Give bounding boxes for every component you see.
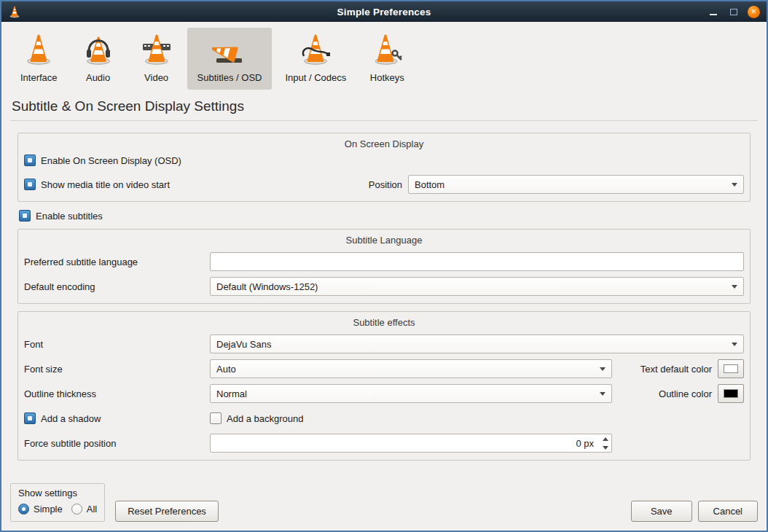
show-settings-options: Simple All (18, 504, 97, 515)
maximize-button[interactable] (727, 5, 740, 18)
shadow-col: Add a shadow (24, 412, 210, 424)
toolbar-item-audio[interactable]: Audio (71, 28, 126, 90)
add-background-checkbox[interactable]: Add a background (210, 412, 304, 424)
checkbox-indicator (210, 412, 222, 424)
add-shadow-label: Add a shadow (41, 413, 101, 424)
spin-up-icon (603, 437, 608, 441)
preferred-language-label: Preferred subtitle language (24, 257, 210, 267)
radio-simple-label: Simple (34, 504, 63, 515)
enable-osd-label: Enable On Screen Display (OSD) (41, 155, 181, 166)
subtitle-language-group: Subtitle Language Preferred subtitle lan… (17, 229, 751, 304)
maximize-icon (730, 9, 737, 15)
subtitle-effects-title: Subtitle effects (24, 315, 744, 329)
spin-down-button[interactable] (599, 443, 611, 452)
font-label: Font (24, 339, 210, 350)
position-label: Position (369, 179, 402, 190)
checkbox-indicator (24, 154, 36, 166)
outline-thickness-select[interactable]: Normal (210, 384, 612, 403)
spin-buttons (599, 434, 611, 452)
chevron-down-icon (732, 285, 737, 289)
default-encoding-select[interactable]: Default (Windows-1252) (210, 277, 744, 296)
preferred-language-row: Preferred subtitle language (24, 252, 744, 271)
chevron-down-icon (732, 183, 737, 187)
radio-indicator (71, 504, 82, 515)
spin-down-icon (603, 446, 608, 450)
radio-simple[interactable]: Simple (18, 504, 63, 515)
page-heading: Subtitle & On Screen Display Settings (1, 90, 767, 120)
font-select[interactable]: DejaVu Sans (210, 335, 744, 353)
chevron-down-icon (732, 343, 737, 346)
save-button[interactable]: Save (631, 501, 692, 522)
toolbar-item-subtitles-osd[interactable]: Subtitles / OSD (187, 28, 273, 90)
position-select[interactable]: Bottom (408, 175, 744, 194)
outline-color-swatch (724, 389, 738, 398)
checkbox-indicator (24, 179, 36, 190)
preferred-language-input[interactable] (210, 252, 744, 271)
interface-cone-icon (21, 31, 56, 69)
reset-preferences-button[interactable]: Reset Preferences (115, 501, 219, 522)
toolbar-item-label: Hotkeys (370, 72, 404, 83)
add-shadow-checkbox[interactable]: Add a shadow (24, 412, 101, 424)
show-settings-group: Show settings Simple All (10, 483, 105, 522)
text-default-color-button[interactable] (718, 359, 744, 378)
default-encoding-value: Default (Windows-1252) (216, 281, 726, 292)
category-toolbar: Interface Audio (1, 22, 767, 90)
outline-color-button[interactable] (718, 384, 744, 403)
add-background-label: Add a background (227, 413, 304, 424)
position-value: Bottom (415, 179, 726, 190)
minimize-button[interactable] (707, 5, 720, 18)
minimize-icon (710, 14, 717, 15)
outline-thickness-value: Normal (216, 388, 594, 399)
font-size-select[interactable]: Auto (210, 359, 612, 378)
audio-cone-headphones-icon (81, 31, 116, 69)
toolbar-item-video[interactable]: Video (129, 28, 184, 90)
font-size-row: Font size Auto Text default color (24, 359, 744, 378)
toolbar-item-label: Input / Codecs (285, 72, 346, 83)
outline-thickness-row: Outline thickness Normal Outline color (24, 384, 744, 403)
default-encoding-label: Default encoding (24, 281, 210, 292)
outline-thickness-label: Outline thickness (24, 388, 210, 399)
chevron-down-icon (600, 367, 606, 371)
window-title: Simple Preferences (1, 7, 767, 17)
cancel-button[interactable]: Cancel (698, 501, 758, 522)
enable-subtitles-label: Enable subtitles (36, 211, 103, 222)
force-position-row: Force subtitle position 0 px (24, 434, 744, 453)
close-button[interactable]: ✕ (748, 6, 760, 18)
toolbar-item-input-codecs[interactable]: Input / Codecs (275, 28, 356, 90)
radio-indicator (18, 504, 29, 515)
show-media-title-checkbox[interactable]: Show media title on video start (24, 179, 170, 190)
subtitle-effects-group: Subtitle effects Font DejaVu Sans Font s… (17, 311, 751, 461)
force-position-value: 0 px (211, 438, 599, 449)
close-icon: ✕ (751, 9, 757, 15)
osd-group: On Screen Display Enable On Screen Displ… (17, 133, 751, 202)
text-default-color-label: Text default color (640, 364, 712, 375)
titlebar[interactable]: Simple Preferences ✕ (1, 1, 767, 22)
media-title-row: Show media title on video start Position… (24, 175, 744, 194)
show-settings-title: Show settings (18, 488, 97, 498)
force-position-label: Force subtitle position (24, 438, 210, 449)
settings-content: On Screen Display Enable On Screen Displ… (1, 121, 767, 461)
toolbar-item-label: Video (144, 72, 168, 83)
subtitles-tilted-cone-icon (212, 31, 247, 69)
shadow-background-row: Add a shadow Add a background (24, 409, 744, 428)
toolbar-item-interface[interactable]: Interface (10, 28, 68, 90)
checkbox-indicator (24, 412, 36, 424)
enable-subtitles-checkbox[interactable]: Enable subtitles (19, 210, 751, 222)
dialog-buttons: Save Cancel (631, 501, 758, 522)
font-value: DejaVu Sans (216, 339, 726, 350)
enable-osd-checkbox[interactable]: Enable On Screen Display (OSD) (24, 154, 181, 166)
vlc-cone-icon (8, 5, 21, 18)
chevron-down-icon (600, 392, 606, 396)
text-color-swatch (724, 364, 738, 373)
osd-group-title: On Screen Display (24, 136, 744, 150)
toolbar-item-label: Audio (86, 72, 110, 83)
toolbar-item-hotkeys[interactable]: Hotkeys (359, 28, 415, 90)
video-cone-film-icon (139, 31, 174, 69)
radio-all[interactable]: All (71, 504, 97, 515)
force-position-spinbox[interactable]: 0 px (210, 434, 612, 453)
spin-up-button[interactable] (599, 434, 611, 443)
toolbar-item-label: Subtitles / OSD (197, 72, 262, 83)
preferences-window: Simple Preferences ✕ Interface (0, 0, 768, 532)
outline-color-label: Outline color (659, 388, 712, 399)
enable-osd-row: Enable On Screen Display (OSD) (24, 152, 744, 169)
